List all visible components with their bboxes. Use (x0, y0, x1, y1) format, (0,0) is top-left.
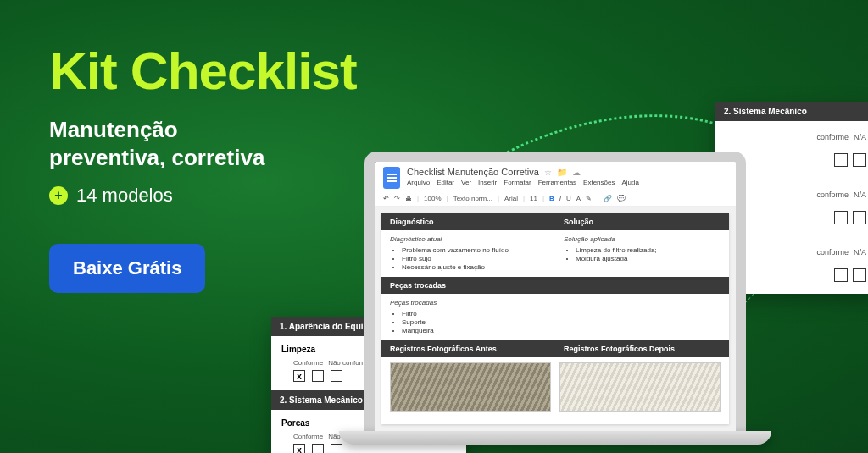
font-select[interactable]: Arial (504, 195, 518, 202)
undo-icon[interactable]: ↶ (383, 195, 389, 202)
checkbox[interactable] (331, 444, 342, 453)
menu-item[interactable]: Ver (461, 179, 471, 186)
list-item: Necessário ajuste e fixação (402, 263, 547, 271)
checkbox[interactable] (853, 153, 866, 167)
menu-item[interactable]: Editar (437, 179, 454, 186)
sub-label: Diagnóstico atual (390, 235, 547, 243)
list-item: Filtro sujo (402, 255, 547, 262)
underline-icon[interactable]: U (566, 195, 571, 202)
photo-before (390, 362, 551, 412)
italic-icon[interactable]: I (559, 195, 561, 202)
text-color-icon[interactable]: A (576, 195, 581, 202)
google-docs-icon[interactable] (383, 167, 400, 189)
folder-icon[interactable]: 📁 (557, 168, 567, 177)
link-icon[interactable]: 🔗 (604, 195, 612, 202)
checkbox[interactable] (853, 268, 866, 282)
table-header: Solução (555, 213, 729, 230)
menu-item[interactable]: Formatar (504, 179, 531, 186)
checkbox[interactable] (331, 370, 342, 382)
hero-title: Kit Checklist (49, 41, 357, 101)
table-header: Peças trocadas (381, 277, 729, 294)
menu-item[interactable]: Arquivo (407, 179, 430, 186)
hero-section: Kit Checklist Manutenção preventiva, cor… (49, 41, 357, 293)
menu-item[interactable]: Extensões (583, 179, 615, 186)
menu-item[interactable]: Ajuda (621, 179, 638, 186)
comment-icon[interactable]: 💬 (617, 195, 626, 202)
checkbox[interactable]: x (293, 444, 305, 453)
list-item: Mangueira (402, 327, 721, 334)
photo-after (559, 362, 721, 412)
laptop-mockup: Checklist Manutenção Corretiva ☆ 📁 ☁ Arq… (364, 152, 746, 445)
checkbox[interactable] (312, 444, 324, 453)
cloud-icon[interactable]: ☁ (572, 168, 581, 177)
models-badge: + 14 modelos (49, 185, 357, 207)
list-item: Limpeza do filtro realizada; (576, 246, 721, 254)
table-header: Registros Fotográficos Depois (555, 340, 729, 357)
font-size[interactable]: 11 (530, 195, 537, 202)
sub-label: Peças trocadas (390, 299, 721, 307)
download-button[interactable]: Baixe Grátis (49, 244, 205, 293)
document-page[interactable]: Diagnóstico Solução Diagnóstico atual Pr… (381, 213, 729, 424)
sub-label: Solução aplicada (564, 235, 721, 243)
list-item: Filtro (402, 310, 721, 318)
checkbox[interactable] (834, 268, 848, 282)
checkbox[interactable] (834, 153, 848, 167)
menu-item[interactable]: Ferramentas (538, 179, 576, 186)
hero-subtitle: Manutenção preventiva, corretiva (49, 116, 357, 171)
star-icon[interactable]: ☆ (544, 168, 552, 177)
list-item: Moldura ajustada (576, 255, 721, 262)
google-docs-window: Checklist Manutenção Corretiva ☆ 📁 ☁ Arq… (375, 162, 736, 431)
plus-icon: + (49, 186, 68, 205)
laptop-base (339, 431, 771, 445)
bold-icon[interactable]: B (549, 195, 554, 202)
toolbar: ↶ ↷ 🖶 | 100% | Texto norm... | Arial | 1… (375, 191, 736, 207)
zoom-select[interactable]: 100% (424, 195, 441, 202)
print-icon[interactable]: 🖶 (405, 195, 412, 202)
checkbox[interactable] (312, 370, 324, 382)
highlight-icon[interactable]: ✎ (586, 195, 592, 202)
section-header: 2. Sistema Mecânico (715, 102, 868, 121)
checkbox[interactable] (834, 211, 848, 224)
table-header: Registros Fotográficos Antes (381, 340, 555, 357)
list-item: Suporte (402, 318, 721, 326)
document-title[interactable]: Checklist Manutenção Corretiva (407, 167, 539, 177)
style-select[interactable]: Texto norm... (453, 195, 492, 202)
menu-item[interactable]: Inserir (478, 179, 497, 186)
redo-icon[interactable]: ↷ (394, 195, 400, 202)
menu-bar: Arquivo Editar Ver Inserir Formatar Ferr… (407, 179, 639, 186)
checkbox[interactable] (853, 211, 866, 224)
list-item: Problema com vazamento no fluído (402, 246, 547, 254)
table-header: Diagnóstico (381, 213, 555, 230)
checkbox[interactable]: x (293, 370, 305, 382)
